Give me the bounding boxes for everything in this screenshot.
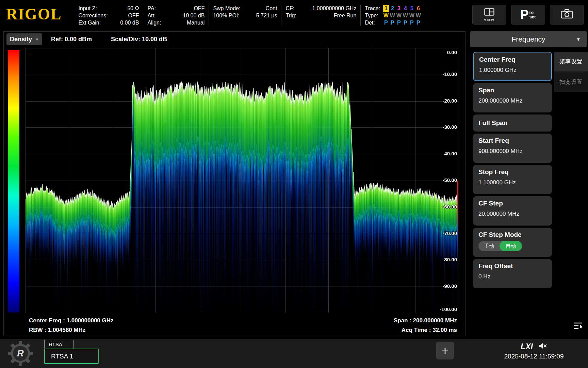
trace-type: W bbox=[396, 12, 402, 19]
status-row: Align:Manual bbox=[147, 19, 205, 26]
menu-collapse-button[interactable] bbox=[572, 321, 585, 332]
status-row: Att:10.00 dB bbox=[147, 12, 205, 19]
frequency-menu-items: Center Freq 1.000000 GHz Span 200.000000… bbox=[473, 52, 552, 288]
tab-span-settings[interactable]: 扫宽设置 bbox=[554, 72, 588, 92]
trace-type: W bbox=[409, 12, 415, 19]
menu-item-full-span[interactable]: Full Span bbox=[473, 114, 552, 132]
status-label: Swp Mode: bbox=[213, 5, 240, 12]
cf-trig-status-group: CF:1.000000000 GHz Trig:Free Run bbox=[285, 5, 356, 19]
status-value: Cont bbox=[266, 5, 277, 12]
display-header: Density ▼ Ref: 0.00 dBm Scale/Div: 10.00… bbox=[4, 32, 167, 47]
mode-tab-group: RTSA RTSA 1 bbox=[44, 340, 99, 364]
rbw-readout: RBW : 1.004580 MHz bbox=[29, 327, 85, 334]
trace-type: W bbox=[415, 12, 421, 19]
trace-number-2[interactable]: 2 bbox=[389, 5, 395, 12]
display-mode-dropdown[interactable]: Density ▼ bbox=[6, 33, 42, 45]
trace-number-1[interactable]: 1 bbox=[383, 5, 389, 12]
mode-tab-rtsa-1[interactable]: RTSA 1 bbox=[44, 349, 99, 364]
trace-number-6[interactable]: 6 bbox=[415, 5, 421, 12]
center-freq-readout: Center Freq : 1.000000000 GHz bbox=[29, 317, 114, 324]
camera-icon bbox=[561, 9, 573, 20]
status-value: 10.00 dB bbox=[183, 12, 205, 19]
status-label: Ext Gain: bbox=[78, 19, 101, 26]
amplitude-status-group: PA:OFF Att:10.00 dB Align:Manual bbox=[147, 5, 205, 26]
trace-detector: P bbox=[396, 19, 402, 26]
status-row: Corrections:OFF bbox=[78, 12, 139, 19]
trace-detector: P bbox=[402, 19, 408, 26]
trace-type: W bbox=[389, 12, 395, 19]
taskbar: R RTSA RTSA 1 + LXI 2025-08-12 11:59:09 bbox=[0, 339, 588, 368]
preset-button[interactable]: P re set bbox=[511, 5, 545, 25]
status-value: Free Run bbox=[334, 12, 357, 19]
trace-type: W bbox=[402, 12, 408, 19]
gear-logo-letter: R bbox=[7, 340, 33, 366]
menu-item-start-freq[interactable]: Start Freq 900.000000 MHz bbox=[473, 134, 552, 163]
cf-step-mode-toggle[interactable]: 手动 自动 bbox=[478, 241, 522, 251]
system-status-row: LXI bbox=[485, 342, 583, 351]
menu-item-cf-step-mode[interactable]: CF Step Mode 手动 自动 bbox=[473, 228, 552, 257]
tab-frequency-settings[interactable]: 频率设置 bbox=[554, 52, 588, 72]
system-info: LXI 2025-08-12 11:59:09 bbox=[485, 342, 583, 360]
trace-label: Trace: bbox=[365, 5, 382, 12]
trace-status-group: Trace: 1 2 3 4 5 6 Type: W W W W W W Det… bbox=[365, 5, 431, 26]
toggle-option-manual[interactable]: 手动 bbox=[478, 243, 500, 249]
preset-p-glyph: P bbox=[521, 9, 529, 21]
menu-item-span[interactable]: Span 200.000000 MHz bbox=[473, 83, 552, 112]
status-row: 100% POI:5.721 μs bbox=[213, 12, 277, 19]
trace-detector: P bbox=[383, 19, 389, 26]
status-value: OFF bbox=[194, 5, 205, 12]
speaker-muted-icon[interactable] bbox=[538, 342, 547, 351]
status-row: CF:1.000000000 GHz bbox=[285, 5, 356, 12]
status-row: PA:OFF bbox=[147, 5, 205, 12]
ref-level-label: Ref: 0.00 dBm bbox=[51, 36, 92, 43]
top-button-group: VIEW P re set bbox=[472, 5, 584, 25]
top-status-bar: RIGOL Input Z:50 Ω Corrections:OFF Ext G… bbox=[0, 0, 588, 31]
datetime-display: 2025-08-12 11:59:09 bbox=[485, 353, 583, 360]
density-colorbar bbox=[8, 50, 19, 312]
status-value: 50 Ω bbox=[127, 5, 139, 12]
status-label: CF: bbox=[285, 5, 294, 12]
menu-item-freq-offset[interactable]: Freq Offset 0 Hz bbox=[473, 259, 552, 288]
sweep-status-group: Swp Mode:Cont 100% POI:5.721 μs bbox=[213, 5, 277, 19]
menu-item-center-freq[interactable]: Center Freq 1.000000 GHz bbox=[473, 52, 552, 81]
spectrum-plot[interactable] bbox=[26, 48, 458, 313]
status-value: 5.721 μs bbox=[256, 12, 277, 19]
divider bbox=[209, 5, 209, 26]
screenshot-button[interactable] bbox=[550, 5, 584, 25]
menu-side-tabs: 频率设置 扫宽设置 bbox=[554, 52, 588, 92]
trace-number-5[interactable]: 5 bbox=[409, 5, 415, 12]
rigol-gear-logo: R bbox=[7, 340, 33, 366]
status-value: 1.000000000 GHz bbox=[312, 5, 357, 12]
status-label: Corrections: bbox=[78, 12, 108, 19]
mode-tab-rtsa[interactable]: RTSA bbox=[44, 340, 74, 349]
type-label: Type: bbox=[365, 12, 382, 19]
divider bbox=[360, 5, 361, 26]
toggle-option-auto[interactable]: 自动 bbox=[500, 241, 522, 251]
span-readout: Span : 200.000000 MHz bbox=[394, 317, 457, 324]
status-label: 100% POI: bbox=[213, 12, 239, 19]
trace-type: W bbox=[383, 12, 389, 19]
spectrum-display-module: Density ▼ Ref: 0.00 dBm Scale/Div: 10.00… bbox=[3, 31, 466, 336]
add-mode-button[interactable]: + bbox=[436, 342, 454, 359]
status-row: Ext Gain:0.00 dB bbox=[78, 19, 139, 26]
input-status-group: Input Z:50 Ω Corrections:OFF Ext Gain:0.… bbox=[78, 5, 139, 26]
scale-div-label: Scale/Div: 10.00 dB bbox=[111, 36, 167, 43]
trace-detector: P bbox=[415, 19, 421, 26]
menu-item-cf-step[interactable]: CF Step 20.000000 MHz bbox=[473, 196, 552, 226]
trace-number-3[interactable]: 3 bbox=[396, 5, 402, 12]
acq-time-readout: Acq Time : 32.00 ms bbox=[402, 327, 457, 334]
trace-detector: P bbox=[389, 19, 395, 26]
status-row: Input Z:50 Ω bbox=[78, 5, 139, 12]
status-value: Manual bbox=[187, 19, 205, 26]
menu-item-stop-freq[interactable]: Stop Freq 1.100000 GHz bbox=[473, 165, 552, 194]
divider bbox=[143, 5, 143, 26]
multi-view-label: VIEW bbox=[484, 18, 494, 21]
divider bbox=[281, 5, 281, 26]
status-label: Trig: bbox=[285, 12, 296, 19]
menu-title-dropdown[interactable]: Frequency ▼ bbox=[470, 31, 587, 47]
lxi-label: LXI bbox=[521, 342, 533, 351]
rigol-logo: RIGOL bbox=[6, 5, 62, 24]
multi-view-button[interactable]: VIEW bbox=[472, 5, 506, 25]
frequency-menu-panel: Frequency ▼ Center Freq 1.000000 GHz Spa… bbox=[470, 31, 588, 336]
trace-number-4[interactable]: 4 bbox=[402, 5, 408, 12]
